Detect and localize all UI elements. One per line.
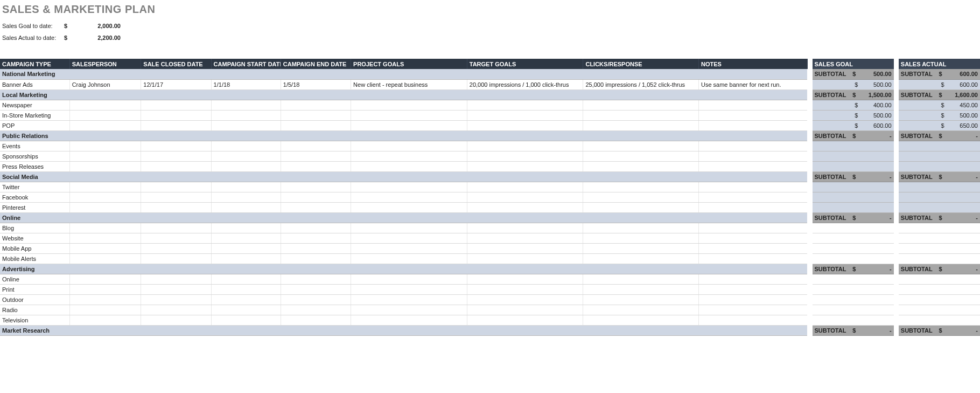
cell-target_goals[interactable] — [467, 223, 583, 233]
subtotal-value[interactable]: 450.00 — [947, 100, 980, 110]
cell-clicks[interactable] — [583, 151, 699, 161]
hdr-notes[interactable]: NOTES — [698, 59, 807, 69]
cell-target_goals[interactable] — [467, 130, 583, 141]
cell-project_goals[interactable] — [351, 161, 467, 171]
cell-end[interactable] — [281, 202, 351, 212]
cell-notes[interactable]: Use same banner for next run. — [698, 79, 807, 89]
cell-project_goals[interactable] — [351, 284, 467, 294]
cell-name[interactable]: Outdoor — [0, 294, 69, 305]
cell-name[interactable]: In-Store Marketing — [0, 110, 69, 120]
subtotal-value[interactable] — [860, 233, 893, 243]
cell-clicks[interactable] — [583, 294, 699, 305]
subtotal-value[interactable] — [947, 151, 980, 161]
cell-project_goals[interactable] — [351, 202, 467, 212]
cell-start[interactable] — [211, 223, 281, 233]
cell-project_goals[interactable] — [351, 192, 467, 202]
cell-name[interactable]: Local Marketing — [0, 89, 69, 100]
subtotal-value[interactable]: 600.00 — [947, 69, 980, 79]
cell-clicks[interactable] — [583, 274, 699, 284]
section-row[interactable]: National MarketingSUBTOTAL$500.00SUBTOTA… — [0, 69, 980, 79]
cell-salesperson[interactable] — [69, 284, 141, 294]
cell-start[interactable] — [211, 141, 281, 151]
cell-salesperson[interactable] — [69, 233, 141, 243]
hdr-sales-goal[interactable]: SALES GOAL — [813, 59, 894, 69]
cell-salesperson[interactable] — [69, 315, 141, 325]
cell-start[interactable] — [211, 243, 281, 253]
cell-clicks[interactable] — [583, 192, 699, 202]
cell-name[interactable]: Twitter — [0, 182, 69, 192]
cell-closed[interactable] — [141, 284, 211, 294]
cell-target_goals[interactable] — [467, 305, 583, 315]
subtotal-value[interactable]: 1,500.00 — [860, 89, 893, 100]
cell-start[interactable] — [211, 253, 281, 264]
cell-end[interactable] — [281, 325, 351, 335]
hdr-target-goals[interactable]: TARGET GOALS — [467, 59, 583, 69]
cell-end[interactable] — [281, 141, 351, 151]
cell-end[interactable] — [281, 223, 351, 233]
cell-target_goals[interactable] — [467, 253, 583, 264]
cell-name[interactable]: Mobile Alerts — [0, 253, 69, 264]
cell-salesperson[interactable] — [69, 253, 141, 264]
cell-clicks[interactable] — [583, 325, 699, 335]
cell-start[interactable] — [211, 89, 281, 100]
cell-salesperson[interactable] — [69, 171, 141, 182]
cell-start[interactable] — [211, 264, 281, 274]
hdr-salesperson[interactable]: SALESPERSON — [69, 59, 141, 69]
cell-target_goals[interactable] — [467, 151, 583, 161]
cell-project_goals[interactable] — [351, 325, 467, 335]
subtotal-value[interactable] — [860, 315, 893, 325]
cell-clicks[interactable] — [583, 233, 699, 243]
cell-closed[interactable] — [141, 223, 211, 233]
cell-notes[interactable] — [698, 141, 807, 151]
cell-closed[interactable] — [141, 294, 211, 305]
section-row[interactable]: Market ResearchSUBTOTAL$-SUBTOTAL$- — [0, 325, 980, 335]
cell-project_goals[interactable] — [351, 212, 467, 223]
cell-notes[interactable] — [698, 233, 807, 243]
cell-project_goals[interactable] — [351, 141, 467, 151]
cell-project_goals[interactable] — [351, 171, 467, 182]
cell-start[interactable] — [211, 120, 281, 130]
cell-name[interactable]: National Marketing — [0, 69, 69, 79]
cell-clicks[interactable] — [583, 223, 699, 233]
cell-salesperson[interactable] — [69, 182, 141, 192]
cell-end[interactable] — [281, 69, 351, 79]
subtotal-value[interactable] — [947, 315, 980, 325]
subtotal-value[interactable] — [860, 182, 893, 192]
cell-notes[interactable] — [698, 120, 807, 130]
subtotal-value[interactable] — [947, 141, 980, 151]
subtotal-value[interactable] — [860, 243, 893, 253]
cell-notes[interactable] — [698, 264, 807, 274]
cell-salesperson[interactable] — [69, 305, 141, 315]
cell-start[interactable] — [211, 294, 281, 305]
cell-salesperson[interactable] — [69, 120, 141, 130]
cell-name[interactable]: Banner Ads — [0, 79, 69, 89]
cell-clicks[interactable]: 25,000 impressions / 1,052 click-thrus — [583, 79, 699, 89]
cell-name[interactable]: Sponsorships — [0, 151, 69, 161]
item-row[interactable]: Radio — [0, 305, 980, 315]
subtotal-value[interactable]: - — [947, 264, 980, 274]
hdr-start[interactable]: CAMPAIGN START DATE — [211, 59, 281, 69]
cell-salesperson[interactable] — [69, 192, 141, 202]
item-row[interactable]: Press Releases — [0, 161, 980, 171]
cell-project_goals[interactable] — [351, 223, 467, 233]
cell-notes[interactable] — [698, 243, 807, 253]
cell-closed[interactable] — [141, 161, 211, 171]
item-row[interactable]: Sponsorships — [0, 151, 980, 161]
cell-name[interactable]: Online — [0, 212, 69, 223]
cell-end[interactable] — [281, 294, 351, 305]
cell-closed[interactable] — [141, 202, 211, 212]
cell-notes[interactable] — [698, 212, 807, 223]
item-row[interactable]: Mobile App — [0, 243, 980, 253]
cell-clicks[interactable] — [583, 182, 699, 192]
cell-clicks[interactable] — [583, 89, 699, 100]
cell-target_goals[interactable] — [467, 284, 583, 294]
subtotal-value[interactable]: - — [860, 264, 893, 274]
cell-name[interactable]: Social Media — [0, 171, 69, 182]
cell-target_goals[interactable] — [467, 100, 583, 110]
cell-clicks[interactable] — [583, 171, 699, 182]
cell-end[interactable] — [281, 171, 351, 182]
cell-start[interactable] — [211, 151, 281, 161]
item-row[interactable]: Outdoor — [0, 294, 980, 305]
subtotal-value[interactable] — [947, 305, 980, 315]
section-row[interactable]: Local MarketingSUBTOTAL$1,500.00SUBTOTAL… — [0, 89, 980, 100]
